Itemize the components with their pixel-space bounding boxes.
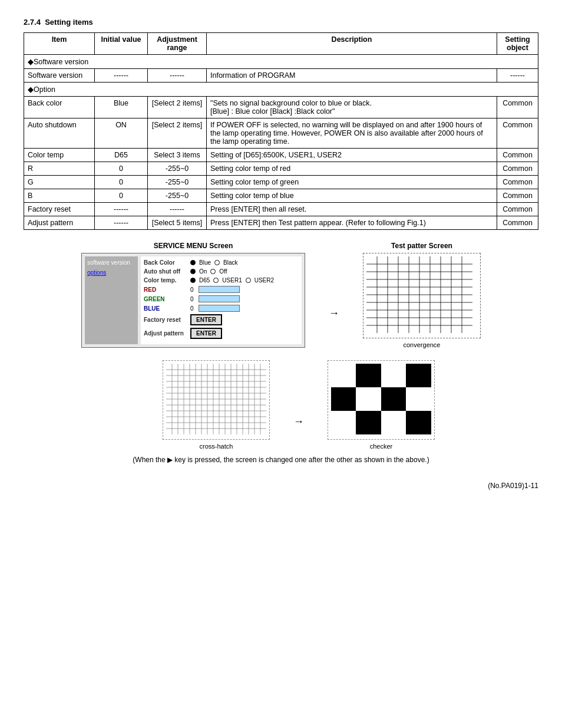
cell-item: Factory reset: [24, 203, 95, 216]
table-row: R0-255~0Setting color temp of redCommon: [24, 162, 538, 176]
cell-item: B: [24, 189, 95, 203]
cell-initial: ------: [95, 216, 148, 230]
menu-row-back-color: Back Color Blue Black: [144, 259, 299, 266]
service-menu-block: SERVICE MENU Screen software version opt…: [81, 242, 305, 348]
radio-color-temp: D65 USER1 USER2: [190, 277, 274, 284]
menu-row-auto-shut: Auto shut off On Off: [144, 268, 299, 275]
svg-rect-55: [406, 387, 431, 411]
cell-initial: ON: [95, 118, 148, 149]
col-header-adj: Adjustment range: [148, 33, 207, 55]
radio-blue-label: Blue: [199, 259, 211, 266]
green-input-bar: [199, 295, 240, 302]
factory-reset-enter-btn[interactable]: ENTER: [190, 314, 222, 325]
table-row: Color tempD65Select 3 itemsSetting of [D…: [24, 149, 538, 162]
cell-item: Color temp: [24, 149, 95, 162]
cell-setting: Common: [497, 216, 538, 230]
cell-setting: Common: [497, 162, 538, 176]
cell-item: R: [24, 162, 95, 176]
crosshatch-outer: [163, 360, 270, 440]
radio-off-empty: [210, 269, 216, 274]
cell-desc: Press [ENTER] then Test pattern appear. …: [207, 216, 497, 230]
table-row: B0-255~0Setting color temp of blueCommon: [24, 189, 538, 203]
service-menu-title: SERVICE MENU Screen: [154, 242, 233, 250]
cell-item: G: [24, 176, 95, 189]
radio-on-filled: [190, 269, 196, 274]
adjust-pattern-enter-btn[interactable]: ENTER: [190, 328, 222, 339]
cell-setting: ------: [497, 69, 538, 83]
menu-label-back-color: Back Color: [144, 259, 188, 266]
svg-rect-51: [406, 364, 431, 387]
arrow-to-test-patter: →: [329, 308, 339, 318]
section-title: 2.7.4 Setting items: [24, 18, 538, 27]
cell-adj: Select 3 items: [148, 149, 207, 162]
svg-rect-54: [381, 387, 406, 411]
cell-desc: Setting color temp of green: [207, 176, 497, 189]
col-header-initial: Initial value: [95, 33, 148, 55]
cell-adj: [Select 2 items]: [148, 118, 207, 149]
table-row: G0-255~0Setting color temp of greenCommo…: [24, 176, 538, 189]
checker-label: checker: [370, 443, 393, 450]
test-patter-title: Test patter Screen: [391, 242, 452, 250]
table-row: Back colorBlue[Select 2 items]"Sets no s…: [24, 97, 538, 118]
cell-desc: If POWER OFF is selected, no warning wil…: [207, 118, 497, 149]
category-row-label: ◆Option: [24, 83, 538, 97]
crosshatch-label: cross-hatch: [200, 443, 233, 450]
radio-user2-empty: [246, 278, 251, 283]
table-row: Adjust pattern------[Select 5 items]Pres…: [24, 216, 538, 230]
radio-off-label: Off: [219, 268, 227, 275]
convergence-svg: [366, 256, 472, 333]
cell-initial: Blue: [95, 97, 148, 118]
crosshatch-block: cross-hatch: [163, 360, 270, 450]
cell-adj: -255~0: [148, 189, 207, 203]
menu-label-adjust-pattern: Adjust pattern: [144, 330, 188, 337]
red-value: 0: [190, 286, 194, 293]
cell-desc: Setting color temp of red: [207, 162, 497, 176]
menu-row-adjust-pattern: Adjust pattern ENTER: [144, 328, 299, 339]
svg-rect-59: [406, 411, 431, 434]
cell-initial: 0: [95, 189, 148, 203]
radio-auto-shut: On Off: [190, 268, 227, 275]
cell-setting: Common: [497, 176, 538, 189]
cell-setting: Common: [497, 118, 538, 149]
menu-label-factory-reset: Factory reset: [144, 317, 188, 323]
note-text: (When the ▶ key is pressed, the screen i…: [133, 456, 429, 464]
cell-setting: Common: [497, 149, 538, 162]
blue-value: 0: [190, 305, 194, 312]
radio-user1-empty: [213, 278, 219, 283]
checker-outer: [328, 360, 435, 440]
service-menu-main: Back Color Blue Black Auto shut off: [141, 256, 302, 344]
menu-row-blue: BLUE 0: [144, 305, 299, 312]
cell-desc: Press [ENTER] then all reset.: [207, 203, 497, 216]
sidebar-software-version: software version: [87, 259, 135, 266]
radio-blue-filled: [190, 260, 196, 265]
cell-initial: ------: [95, 203, 148, 216]
svg-rect-48: [331, 364, 356, 387]
menu-label-red: RED: [144, 286, 188, 293]
diagram-area: SERVICE MENU Screen software version opt…: [24, 242, 538, 464]
table-row: Software version------------Information …: [24, 69, 538, 83]
crosshatch-svg: [166, 364, 266, 434]
svg-rect-52: [331, 387, 356, 411]
blue-input-bar: [199, 305, 240, 312]
green-value: 0: [190, 296, 194, 302]
radio-user2-label: USER2: [254, 277, 274, 284]
cell-item: Adjust pattern: [24, 216, 95, 230]
diagram-row2: cross-hatch →: [163, 360, 435, 450]
diagram-row1: SERVICE MENU Screen software version opt…: [81, 242, 481, 348]
test-patter-block: Test patter Screen: [363, 242, 481, 348]
sidebar-options: options: [87, 269, 135, 276]
menu-label-color-temp: Color temp.: [144, 277, 188, 284]
radio-back-color: Blue Black: [190, 259, 237, 266]
cell-adj: ------: [148, 69, 207, 83]
col-header-item: Item: [24, 33, 95, 55]
checker-svg: [331, 364, 431, 434]
cell-desc: Setting of [D65]:6500K, USER1, USER2: [207, 149, 497, 162]
radio-black-empty: [214, 260, 220, 265]
radio-black-label: Black: [223, 259, 237, 266]
svg-rect-49: [356, 364, 381, 387]
table-row: Auto shutdownON[Select 2 items]If POWER …: [24, 118, 538, 149]
test-patter-outer: [363, 253, 481, 338]
convergence-label: convergence: [404, 341, 441, 348]
menu-row-factory-reset: Factory reset ENTER: [144, 314, 299, 325]
service-menu-outer: software version options Back Color Blue…: [81, 253, 305, 348]
